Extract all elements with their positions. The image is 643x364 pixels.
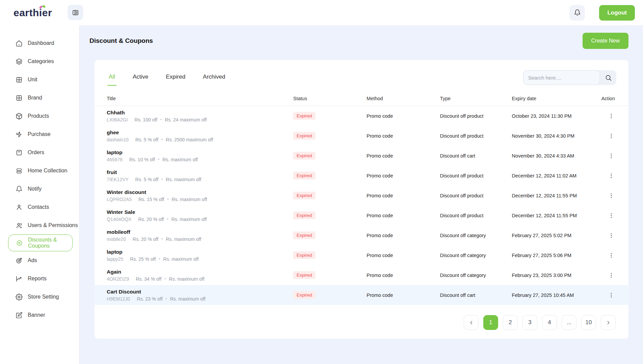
pagination-page-button-4[interactable]: 4: [542, 315, 557, 330]
status-badge: Expired: [293, 192, 315, 199]
cell-type: Discount off category: [440, 273, 512, 278]
sidebar-item-categories[interactable]: Categories: [0, 52, 79, 71]
sidebar-item-ads[interactable]: Ads: [0, 251, 79, 270]
dot-separator: •: [160, 117, 162, 122]
sidebar-item-purchase[interactable]: Purchase: [0, 125, 79, 143]
pagination-next-button[interactable]: [601, 315, 616, 330]
tabs: AllActiveExpiredArchived: [107, 72, 227, 86]
cell-expiry: December 12, 2024 11:55 PM: [512, 213, 585, 218]
coupon-code: 465878: [107, 157, 123, 162]
coupon-max-discount: Rs. maximum off: [162, 157, 198, 162]
kebab-menu-icon: [608, 212, 614, 219]
sidebar-item-label: Purchase: [28, 131, 51, 137]
grid-icon: [16, 94, 23, 102]
sidebar-item-contacts[interactable]: Contacts: [0, 198, 79, 216]
pagination-page-button-1[interactable]: 1: [483, 315, 498, 330]
sidebar-item-label: Contacts: [28, 204, 49, 210]
sidebar-item-products[interactable]: Products: [0, 107, 79, 125]
table-row: mobileoff mobile20 Rs. 20 % off • Rs. ma…: [95, 225, 628, 245]
row-kebab-menu-button[interactable]: [606, 131, 616, 141]
table-body: Chhath LXIBA2GI Rs. 100 off • Rs. 24 max…: [95, 106, 628, 305]
search-icon: [605, 74, 612, 81]
dot-separator: •: [165, 297, 167, 301]
sidebar-nav: Dashboard Categories Unit Brand Products…: [0, 25, 79, 364]
status-badge: Expired: [293, 172, 315, 179]
row-kebab-menu-button[interactable]: [606, 231, 616, 240]
kebab-menu-icon: [608, 152, 614, 159]
bell-icon: [574, 9, 581, 16]
tabs-row: AllActiveExpiredArchived: [95, 60, 628, 88]
pagination-page-button-3[interactable]: 3: [522, 315, 537, 330]
coupon-max-discount: Rs. 24 maximum off: [165, 117, 207, 122]
coupon-code: Q1404OQX: [107, 217, 131, 222]
notifications-button[interactable]: [569, 5, 585, 21]
row-kebab-menu-button[interactable]: [606, 151, 616, 161]
sidebar-item-label: Store Setting: [28, 294, 59, 300]
sidebar-item-users-permissions[interactable]: Users & Permissions: [0, 216, 79, 234]
sidebar-item-store-setting[interactable]: Store Setting: [0, 288, 79, 306]
sidebar-item-reports[interactable]: Reports: [0, 270, 79, 288]
kebab-menu-icon: [608, 172, 614, 179]
pagination-pages: 1234...10: [483, 315, 596, 330]
row-kebab-menu-button[interactable]: [606, 271, 616, 280]
sidebar-item-dashboard[interactable]: Dashboard: [0, 34, 79, 52]
sidebar-item-notify[interactable]: Notify: [0, 180, 79, 198]
page-title: Discount & Coupons: [89, 37, 153, 45]
dot-separator: •: [167, 197, 169, 202]
cell-action: [585, 231, 616, 240]
coupon-code: dashain10: [107, 137, 129, 142]
tab-all[interactable]: All: [107, 72, 117, 86]
tab-expired[interactable]: Expired: [164, 72, 187, 86]
sidebar-item-label: Home Collection: [28, 168, 67, 174]
cell-action: [585, 131, 616, 141]
row-kebab-menu-button[interactable]: [606, 251, 616, 260]
sidebar-item-unit[interactable]: Unit: [0, 71, 79, 89]
create-new-button[interactable]: Create New: [583, 33, 628, 49]
coupon-max-discount: Rs. maximum off: [170, 296, 205, 302]
status-badge: Expired: [293, 152, 315, 160]
pagination-page-button-2[interactable]: 2: [503, 315, 518, 330]
cell-method: Promo code: [367, 153, 440, 159]
coupon-max-discount: Rs. maximum off: [166, 177, 201, 182]
sidebar-item-home-collection[interactable]: Home Collection: [0, 162, 79, 180]
search-button[interactable]: [600, 70, 616, 85]
coupon-title: Winter discount: [107, 189, 293, 196]
cell-method: Promo code: [367, 133, 440, 139]
zap-lines-icon: [16, 131, 23, 138]
row-kebab-menu-button[interactable]: [606, 290, 616, 300]
coupon-code: 4OR2EIZ9: [107, 276, 129, 282]
pagination-page-button-ellipsis[interactable]: ...: [562, 315, 576, 330]
tab-archived[interactable]: Archived: [202, 72, 227, 86]
main-content: Discount & Coupons Create New AllActiveE…: [79, 25, 643, 364]
row-kebab-menu-button[interactable]: [606, 171, 616, 180]
row-kebab-menu-button[interactable]: [606, 211, 616, 220]
kebab-menu-icon: [608, 252, 614, 259]
coupon-subline: 4OR2EIZ9 Rs. 34 % off • Rs. maximum off: [107, 276, 293, 282]
dot-separator: •: [161, 137, 163, 142]
logout-button[interactable]: Logout: [599, 5, 635, 21]
cell-action: [585, 191, 616, 200]
row-kebab-menu-button[interactable]: [606, 191, 616, 200]
dot-separator: •: [159, 257, 160, 261]
status-badge: Expired: [293, 112, 315, 120]
pagination-prev-button[interactable]: [464, 315, 479, 330]
cell-title: fruit 7IEK12VY Rs. 5 % off • Rs. maximum…: [107, 169, 293, 182]
topbar: earthier Logout: [0, 0, 643, 25]
coupon-max-discount: Rs. maximum off: [169, 276, 204, 282]
sidebar-item-discounts-coupons[interactable]: Discounts & Coupons: [8, 234, 73, 251]
cell-type: Discount off product: [440, 193, 512, 198]
sidebar-item-banner[interactable]: Banner: [0, 306, 79, 324]
coupon-title: Winter Sale: [107, 209, 293, 216]
row-kebab-menu-button[interactable]: [606, 111, 616, 121]
search-input[interactable]: [523, 70, 600, 85]
coupon-discount: Rs. 10 % off: [129, 157, 155, 162]
sidebar-item-label: Ads: [28, 257, 37, 263]
sidebar-item-orders[interactable]: Orders: [0, 143, 79, 162]
cell-status: Expired: [293, 132, 366, 140]
sidebar-item-brand[interactable]: Brand: [0, 89, 79, 107]
coupon-discount: Rs. 20 % off: [138, 217, 164, 222]
pagination-page-button-10[interactable]: 10: [581, 315, 596, 330]
sidebar-toggle-button[interactable]: [68, 5, 83, 20]
tab-active[interactable]: Active: [131, 72, 150, 86]
chevron-right-icon: [606, 320, 611, 326]
